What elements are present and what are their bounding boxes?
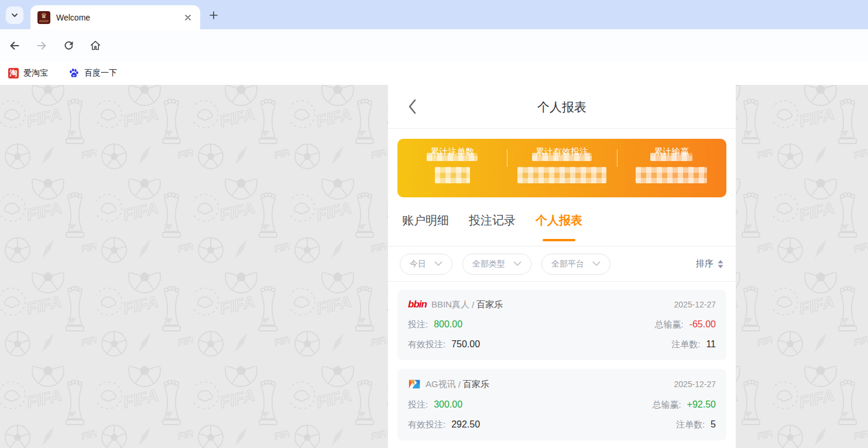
chevron-down-icon xyxy=(11,11,19,19)
close-icon xyxy=(184,14,191,21)
tab-strip: ♛ Welcome xyxy=(0,0,868,29)
browser-toolbar: 175616.cc/reports/index?tab=1 xyxy=(0,29,868,61)
bookmark-taobao[interactable]: 淘 爱淘宝 xyxy=(8,68,48,78)
game-name: 百家乐 xyxy=(463,379,489,390)
reload-icon xyxy=(63,39,75,52)
page-background: FIFA xyxy=(0,85,868,448)
report-tabs: 账户明细 投注记录 个人报表 xyxy=(388,213,736,247)
browser-tab[interactable]: ♛ Welcome xyxy=(30,5,200,29)
valid-bet-value: 292.50 xyxy=(451,419,480,430)
bet-label: 投注: xyxy=(408,319,428,330)
back-button[interactable] xyxy=(6,37,23,54)
provider-name: AG视讯 xyxy=(426,379,456,390)
valid-bet-value: 750.00 xyxy=(451,339,480,350)
plus-icon xyxy=(209,11,218,20)
bookmarks-bar: 淘 爱淘宝 du 百度一下 xyxy=(0,61,868,85)
forward-arrow-icon xyxy=(35,39,48,52)
sort-arrows-icon xyxy=(717,259,724,269)
filter-label: 全部类型 xyxy=(472,259,505,269)
winloss-label: 总输赢: xyxy=(652,399,681,411)
stat-valid-bet: 累计有效投注 xyxy=(507,139,616,197)
date-filter-dropdown[interactable]: 今日 xyxy=(400,254,452,275)
count-label: 注单数: xyxy=(671,339,700,350)
censor-mosaic xyxy=(427,153,478,161)
censor-mosaic xyxy=(650,153,692,161)
separator: / xyxy=(458,379,461,389)
chevron-down-icon xyxy=(592,261,601,266)
taobao-icon: 淘 xyxy=(8,68,19,78)
sort-label: 排序 xyxy=(696,258,713,269)
summary-card: 累计注单数 累计有效投注 累计输赢 xyxy=(397,139,726,197)
platform-filter-dropdown[interactable]: 全部平台 xyxy=(541,254,610,275)
separator: / xyxy=(472,300,474,310)
winloss-value: -65.00 xyxy=(689,319,716,330)
filter-bar: 今日 全部类型 全部平台 排序 xyxy=(388,247,736,282)
filter-label: 全部平台 xyxy=(551,259,584,269)
svg-text:du: du xyxy=(73,74,75,77)
winloss-label: 总输赢: xyxy=(654,319,683,330)
bet-label: 投注: xyxy=(408,399,428,411)
record-date: 2025-12-27 xyxy=(674,379,716,389)
favicon-emblem-icon: ♛ xyxy=(41,13,47,19)
tab-account-detail[interactable]: 账户明细 xyxy=(402,213,449,246)
filter-label: 今日 xyxy=(410,259,426,269)
forward-button[interactable] xyxy=(33,37,50,54)
reload-button[interactable] xyxy=(60,37,77,54)
new-tab-button[interactable] xyxy=(206,8,221,23)
count-value: 11 xyxy=(706,339,716,350)
bet-value: 800.00 xyxy=(434,319,462,330)
page-title: 个人报表 xyxy=(388,85,736,129)
baidu-paw-icon: du xyxy=(68,67,80,79)
count-value: 5 xyxy=(711,419,716,430)
chevron-down-icon xyxy=(434,261,442,266)
bookmark-baidu[interactable]: du 百度一下 xyxy=(68,67,117,79)
valid-bet-label: 有效投注: xyxy=(408,419,445,430)
censored-value xyxy=(517,167,606,183)
panel-header: 个人报表 xyxy=(388,85,736,129)
chevron-down-icon xyxy=(513,261,522,266)
records-list: bbin BBIN真人 / 百家乐 2025-12-27 投注: 800.00 … xyxy=(388,282,736,448)
home-button[interactable] xyxy=(87,37,104,54)
tab-close-button[interactable] xyxy=(183,12,193,23)
tab-title: Welcome xyxy=(56,13,183,22)
bookmark-label: 爱淘宝 xyxy=(23,68,48,78)
censored-value xyxy=(636,167,707,183)
winloss-value: +92.50 xyxy=(687,399,716,410)
bbin-logo: bbin xyxy=(408,299,427,310)
count-label: 注单数: xyxy=(676,419,705,430)
censor-mosaic xyxy=(532,153,592,161)
back-arrow-icon xyxy=(8,39,21,52)
browser-window: ♛ Welcome xyxy=(0,0,868,448)
favicon-band xyxy=(39,20,49,22)
ag-logo-icon xyxy=(408,378,421,391)
censored-value xyxy=(435,167,470,183)
record-card-bbin[interactable]: bbin BBIN真人 / 百家乐 2025-12-27 投注: 800.00 … xyxy=(397,290,726,360)
tab-search-button[interactable] xyxy=(6,6,23,24)
sort-control[interactable]: 排序 xyxy=(696,258,724,269)
home-icon xyxy=(89,39,102,52)
record-card-ag[interactable]: AG视讯 / 百家乐 2025-12-27 投注: 300.00 总输赢: +9… xyxy=(397,369,726,440)
type-filter-dropdown[interactable]: 全部类型 xyxy=(462,254,531,275)
bookmark-label: 百度一下 xyxy=(84,68,117,78)
provider-name: BBIN真人 xyxy=(431,299,469,310)
bet-value: 300.00 xyxy=(434,399,462,410)
stat-total-bets: 累计注单数 xyxy=(397,139,507,197)
game-name: 百家乐 xyxy=(476,299,503,310)
site-favicon: ♛ xyxy=(37,11,50,24)
record-date: 2025-12-27 xyxy=(674,300,716,309)
report-panel: 个人报表 累计注单数 累计有效投注 xyxy=(388,85,736,448)
valid-bet-label: 有效投注: xyxy=(408,339,445,350)
tab-bet-records[interactable]: 投注记录 xyxy=(469,213,516,246)
tab-personal-report[interactable]: 个人报表 xyxy=(536,213,582,246)
stat-winloss: 累计输赢 xyxy=(617,139,726,197)
